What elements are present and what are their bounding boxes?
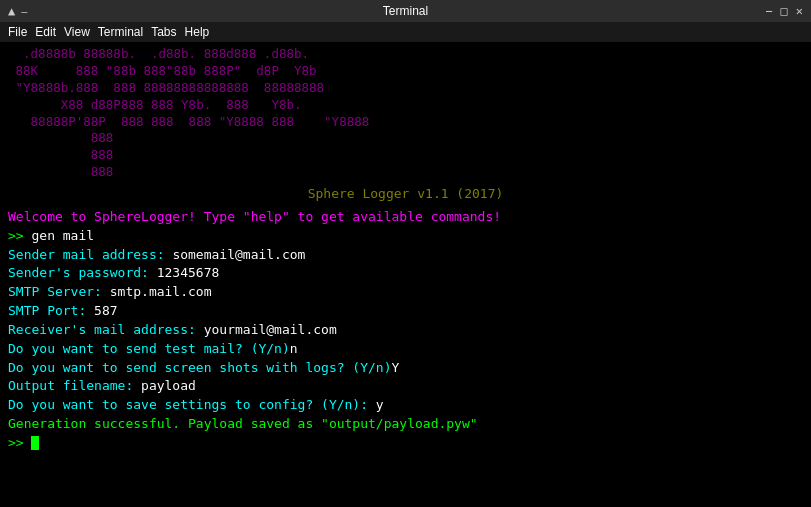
save-settings-label: Do you want to save settings to config? …	[8, 397, 376, 412]
sender-mail-label: Sender mail address:	[8, 247, 172, 262]
minimize-button[interactable]: −	[765, 4, 772, 18]
window-controls: − □ ✕	[765, 4, 803, 18]
ascii-art: .d8888b 88888b. .d88b. 888d888 .d88b. 88…	[8, 46, 803, 181]
sender-password-line: Sender's password: 12345678	[8, 264, 803, 283]
final-prompt-line: >>	[8, 434, 803, 453]
menu-file[interactable]: File	[4, 25, 31, 39]
save-settings-value: y	[376, 397, 384, 412]
window-icon: ▲	[8, 4, 15, 18]
menu-tabs[interactable]: Tabs	[147, 25, 180, 39]
sender-mail-value: somemail@mail.com	[172, 247, 305, 262]
cursor	[31, 436, 39, 450]
smtp-server-label: SMTP Server:	[8, 284, 110, 299]
output-filename-label: Output filename:	[8, 378, 141, 393]
close-button[interactable]: ✕	[796, 4, 803, 18]
menu-help[interactable]: Help	[181, 25, 214, 39]
test-mail-value: n	[290, 341, 298, 356]
menu-terminal[interactable]: Terminal	[94, 25, 147, 39]
output-filename-line: Output filename: payload	[8, 377, 803, 396]
receiver-mail-line: Receiver's mail address: yourmail@mail.c…	[8, 321, 803, 340]
receiver-mail-label: Receiver's mail address:	[8, 322, 204, 337]
window-dash: –	[21, 5, 27, 17]
prompt-symbol: >>	[8, 228, 31, 243]
smtp-port-value: 587	[94, 303, 117, 318]
screenshots-label: Do you want to send screen shots with lo…	[8, 360, 392, 375]
smtp-server-value: smtp.mail.com	[110, 284, 212, 299]
generation-success-line: Generation successful. Payload saved as …	[8, 415, 803, 434]
test-mail-line: Do you want to send test mail? (Y/n)n	[8, 340, 803, 359]
terminal-body[interactable]: .d8888b 88888b. .d88b. 888d888 .d88b. 88…	[0, 42, 811, 507]
receiver-mail-value: yourmail@mail.com	[204, 322, 337, 337]
menu-bar: File Edit View Terminal Tabs Help	[0, 22, 811, 42]
sender-password-label: Sender's password:	[8, 265, 157, 280]
sender-password-value: 12345678	[157, 265, 220, 280]
save-settings-line: Do you want to save settings to config? …	[8, 396, 803, 415]
output-filename-value: payload	[141, 378, 196, 393]
menu-view[interactable]: View	[60, 25, 94, 39]
smtp-port-label: SMTP Port:	[8, 303, 94, 318]
command-prompt-line: >> gen mail	[8, 227, 803, 246]
command-text: gen mail	[31, 228, 94, 243]
final-prompt-symbol: >>	[8, 435, 31, 450]
smtp-port-line: SMTP Port: 587	[8, 302, 803, 321]
sphere-logger-title: Sphere Logger v1.1 (2017)	[8, 185, 803, 204]
screenshots-value: Y	[392, 360, 400, 375]
terminal-window: ▲ – Terminal − □ ✕ File Edit View Termin…	[0, 0, 811, 507]
title-bar: ▲ – Terminal − □ ✕	[0, 0, 811, 22]
title-bar-left: ▲ –	[8, 4, 27, 18]
welcome-line: Welcome to SphereLogger! Type "help" to …	[8, 208, 803, 227]
test-mail-label: Do you want to send test mail? (Y/n)	[8, 341, 290, 356]
window-title: Terminal	[383, 4, 428, 18]
menu-edit[interactable]: Edit	[31, 25, 60, 39]
sender-mail-line: Sender mail address: somemail@mail.com	[8, 246, 803, 265]
maximize-button[interactable]: □	[781, 4, 788, 18]
screenshots-line: Do you want to send screen shots with lo…	[8, 359, 803, 378]
smtp-server-line: SMTP Server: smtp.mail.com	[8, 283, 803, 302]
